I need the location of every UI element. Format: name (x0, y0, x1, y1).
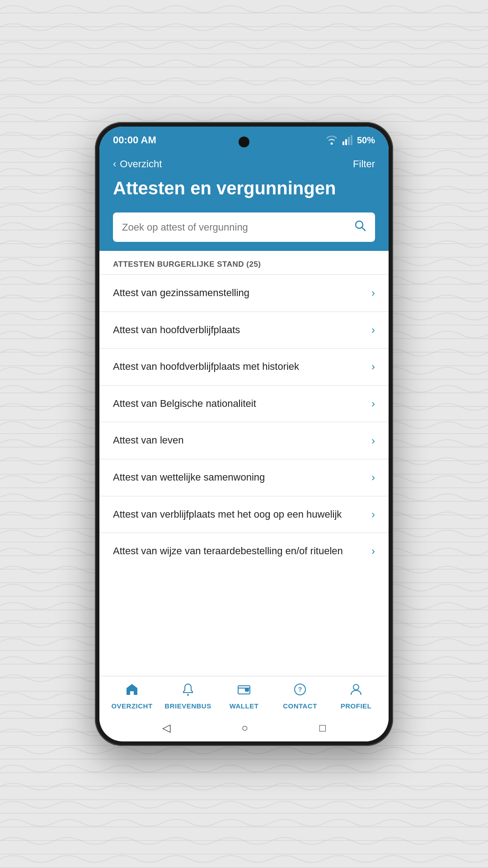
nav-item-wallet[interactable]: WALLET (216, 683, 272, 710)
chevron-right-icon: › (371, 508, 375, 521)
svg-rect-3 (351, 135, 352, 145)
list-item[interactable]: Attest van verblijfplaats met het oog op… (99, 496, 389, 533)
item-label: Attest van hoofdverblijfplaats (113, 324, 371, 337)
chevron-right-icon: › (371, 360, 375, 373)
wifi-icon (325, 135, 338, 145)
svg-line-5 (362, 227, 365, 231)
svg-text:?: ? (298, 686, 302, 693)
item-label: Attest van Belgische nationaliteit (113, 397, 371, 410)
search-input[interactable] (122, 222, 349, 233)
list-item[interactable]: Attest van leven › (99, 422, 389, 459)
section-title: ATTESTEN BURGERLIJKE STAND (25) (113, 260, 261, 269)
nav-label-profiel: PROFIEL (341, 702, 372, 710)
nav-item-overzicht[interactable]: OVERZICHT (104, 683, 160, 710)
back-label: Overzicht (120, 158, 162, 170)
item-label: Attest van verblijfplaats met het oog op… (113, 508, 371, 521)
android-recent-button[interactable]: □ (319, 722, 326, 734)
page-title: Attesten en vergunningen (113, 177, 375, 199)
status-bar: 00:00 AM 50% (99, 127, 389, 154)
list-item[interactable]: Attest van gezinssamenstelling › (99, 274, 389, 311)
nav-item-contact[interactable]: ? CONTACT (272, 683, 328, 710)
back-arrow-icon: ‹ (113, 158, 116, 170)
page-header: ‹ Overzicht Filter Attesten en vergunnin… (99, 154, 389, 212)
search-container (99, 212, 389, 251)
section-header: ATTESTEN BURGERLIJKE STAND (25) (99, 251, 389, 274)
item-label: Attest van wettelijke samenwoning (113, 471, 371, 484)
phone-frame: 00:00 AM 50% (95, 122, 393, 746)
list-item[interactable]: Attest van wettelijke samenwoning › (99, 459, 389, 496)
bell-icon (181, 683, 195, 699)
back-button[interactable]: ‹ Overzicht (113, 158, 162, 170)
svg-rect-2 (348, 137, 350, 145)
svg-rect-1 (345, 139, 347, 145)
filter-button[interactable]: Filter (353, 158, 375, 170)
chevron-right-icon: › (371, 545, 375, 557)
svg-point-12 (353, 684, 359, 690)
item-label: Attest van leven (113, 434, 371, 447)
android-nav: ◁ ○ □ (99, 714, 389, 741)
android-home-button[interactable]: ○ (241, 722, 248, 734)
content-list: ATTESTEN BURGERLIJKE STAND (25) Attest v… (99, 251, 389, 676)
nav-label-contact: CONTACT (283, 702, 317, 710)
list-item[interactable]: Attest van hoofdverblijfplaats met histo… (99, 348, 389, 385)
chevron-right-icon: › (371, 471, 375, 484)
svg-rect-0 (343, 142, 344, 145)
svg-point-6 (187, 694, 189, 696)
list-item[interactable]: Attest van wijze van teraardebestelling … (99, 533, 389, 570)
nav-item-profiel[interactable]: PROFIEL (328, 683, 384, 710)
android-back-button[interactable]: ◁ (162, 722, 170, 734)
svg-rect-8 (245, 689, 249, 691)
profile-icon (349, 683, 363, 699)
search-box (113, 212, 375, 242)
list-item[interactable]: Attest van Belgische nationaliteit › (99, 385, 389, 422)
item-label: Attest van wijze van teraardebestelling … (113, 545, 371, 558)
battery-text: 50% (357, 135, 375, 146)
chevron-right-icon: › (371, 287, 375, 299)
camera-cutout (239, 137, 249, 147)
phone-screen: 00:00 AM 50% (99, 127, 389, 741)
nav-item-brievenbus[interactable]: BRIEVENBUS (160, 683, 216, 710)
chevron-right-icon: › (371, 324, 375, 336)
search-icon (354, 220, 366, 235)
item-label: Attest van hoofdverblijfplaats met histo… (113, 360, 371, 373)
nav-label-overzicht: OVERZICHT (111, 702, 152, 710)
wallet-icon (237, 683, 251, 699)
list-item[interactable]: Attest van hoofdverblijfplaats › (99, 311, 389, 349)
signal-icon (343, 135, 352, 145)
status-time: 00:00 AM (113, 134, 156, 146)
chevron-right-icon: › (371, 434, 375, 447)
home-icon (125, 683, 139, 699)
nav-label-wallet: WALLET (230, 702, 259, 710)
status-icons: 50% (325, 135, 375, 146)
nav-label-brievenbus: BRIEVENBUS (164, 702, 211, 710)
bottom-nav: OVERZICHT BRIEVENBUS (99, 676, 389, 714)
contact-icon: ? (293, 683, 307, 699)
chevron-right-icon: › (371, 397, 375, 410)
header-nav: ‹ Overzicht Filter (113, 158, 375, 170)
item-label: Attest van gezinssamenstelling (113, 287, 371, 300)
